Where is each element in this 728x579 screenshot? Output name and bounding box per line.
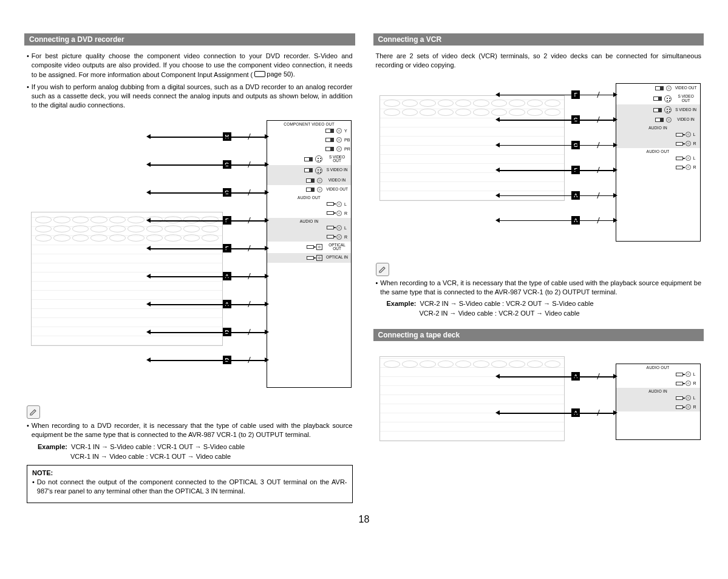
- jack-label: R: [693, 381, 698, 385]
- dvd-bullet-2-text: If you wish to perform analog dubbing fr…: [32, 83, 353, 110]
- rca-jack-icon: [666, 86, 672, 91]
- arrow-icon: [613, 374, 617, 379]
- cable-break-icon: [597, 117, 605, 123]
- dvd-record-note: • When recording to a DVD recorder, it i…: [24, 421, 355, 439]
- arrow-icon: [495, 410, 500, 415]
- note-text: Do not connect the output of the compone…: [37, 478, 347, 496]
- rca-jack-icon: [666, 117, 672, 123]
- device-row: R: [616, 402, 700, 411]
- plug-icon: [676, 382, 683, 385]
- device-row: L: [267, 223, 351, 232]
- example-label: Example:: [38, 443, 67, 450]
- device-row: S VIDEO OUT: [616, 93, 700, 104]
- receiver-rear-panel: [379, 95, 565, 201]
- arrow-icon: [613, 143, 617, 147]
- arrow-icon: [613, 410, 617, 415]
- vcr-header: Connecting a VCR: [373, 33, 704, 46]
- device-row: L: [616, 370, 700, 379]
- vcr-example-line1: VCR-2 IN → S-Video cable : VCR-2 OUT → S…: [420, 300, 594, 307]
- plug-icon: [325, 147, 334, 151]
- plug-icon: [307, 256, 314, 260]
- cable-break-icon: [597, 142, 605, 148]
- dvd-diagram: COMPONENT VIDEO OUT Y PB PR S VIDEO OUT …: [24, 114, 355, 393]
- device-section-title: AUDIO OUT: [616, 148, 700, 154]
- jack-label: PB: [344, 138, 349, 142]
- jack-label: S VIDEO IN: [674, 108, 698, 112]
- device-section-title: AUDIO OUT: [267, 194, 351, 200]
- jack-label: R: [693, 141, 698, 146]
- arrow-icon: [146, 134, 151, 139]
- rca-jack-icon: [685, 155, 691, 161]
- page-ref-text: page 50).: [267, 70, 294, 79]
- device-section-title: AUDIO IN: [616, 388, 700, 393]
- jack-label: L: [693, 372, 698, 376]
- arrow-icon: [495, 117, 500, 122]
- page-ref-icon: [254, 71, 265, 77]
- jack-label: PR: [344, 147, 349, 151]
- svideo-jack-icon: [315, 167, 322, 174]
- dvd-example: Example: VCR-1 IN → S-Video cable : VCR-…: [24, 442, 355, 461]
- cable-break-icon: [597, 192, 605, 198]
- device-row: R: [616, 139, 700, 148]
- vcr-example-line2: VCR-2 IN → Video cable : VCR-2 OUT → Vid…: [387, 309, 704, 318]
- jack-label: VIDEO IN: [674, 118, 698, 122]
- device-section-title: AUDIO IN: [267, 218, 351, 223]
- example-label: Example:: [387, 300, 417, 307]
- arrow-icon: [495, 218, 500, 223]
- jack-label: Y: [344, 129, 349, 133]
- device-row: VIDEO IN: [267, 176, 351, 185]
- bullet-dot: •: [27, 421, 29, 439]
- page-number: 18: [24, 514, 704, 525]
- rca-jack-icon: [685, 132, 691, 137]
- device-row: L: [616, 130, 700, 139]
- rca-jack-icon: [317, 178, 322, 183]
- rca-jack-icon: [685, 141, 691, 146]
- plug-icon: [304, 168, 313, 172]
- jack-label: S VIDEO OUT: [674, 95, 698, 103]
- arrow-icon: [613, 92, 617, 97]
- arrow-icon: [613, 193, 617, 198]
- plug-icon: [676, 396, 683, 400]
- device-row: L: [616, 154, 700, 163]
- arrow-icon: [146, 330, 151, 334]
- arrow-icon: [265, 134, 269, 139]
- bullet-dot: •: [27, 52, 29, 80]
- device-row: S VIDEO OUT: [267, 154, 351, 165]
- jack-label: S VIDEO IN: [325, 168, 349, 172]
- rca-jack-icon: [336, 201, 342, 207]
- rca-jack-icon: [336, 137, 342, 143]
- arrow-icon: [265, 274, 269, 279]
- rca-jack-icon: [336, 128, 342, 134]
- cable-break-icon: [597, 92, 605, 98]
- device-section-title: COMPONENT VIDEO OUT: [267, 121, 351, 126]
- arrow-icon: [613, 117, 617, 122]
- device-row: PB: [267, 135, 351, 144]
- cable-break-icon: [597, 373, 605, 379]
- device-row: R: [616, 163, 700, 172]
- dvd-bullet-1-text: For best picture quality choose the comp…: [32, 52, 353, 80]
- jack-label: OPTICAL OUT: [325, 243, 349, 251]
- dvd-example-line1: VCR-1 IN → S-Video cable : VCR-1 OUT → S…: [71, 443, 245, 450]
- vcr-diagram: VIDEO OUT S VIDEO OUT S VIDEO IN VIDEO I…: [373, 75, 704, 251]
- cable-break-icon: [597, 217, 605, 223]
- plug-icon: [653, 96, 662, 101]
- dvd-record-note-text: When recording to a DVD recorder, it is …: [32, 421, 353, 439]
- plug-icon: [327, 226, 334, 229]
- rca-jack-icon: [336, 146, 342, 152]
- device-section-title: AUDIO OUT: [616, 364, 700, 370]
- device-row: VIDEO OUT: [267, 185, 351, 194]
- pencil-note-icon: [27, 405, 40, 419]
- plug-icon: [307, 245, 314, 249]
- plug-icon: [306, 178, 315, 183]
- pencil-note-icon: [376, 263, 389, 276]
- note-head: NOTE:: [32, 469, 347, 476]
- device-row: S VIDEO IN: [267, 165, 351, 176]
- jack-label: R: [693, 405, 698, 409]
- dvd-bullet-1-main: For best picture quality choose the comp…: [32, 52, 353, 78]
- plug-icon: [327, 211, 334, 215]
- arrow-icon: [265, 330, 269, 334]
- dvd-header: Connecting a DVD recorder: [24, 33, 355, 46]
- tape-diagram: AUDIO OUT L RAUDIO IN L R AA: [373, 347, 704, 456]
- svideo-jack-icon: [315, 155, 322, 163]
- dvd-bullet-2: • If you wish to perform analog dubbing …: [24, 83, 355, 110]
